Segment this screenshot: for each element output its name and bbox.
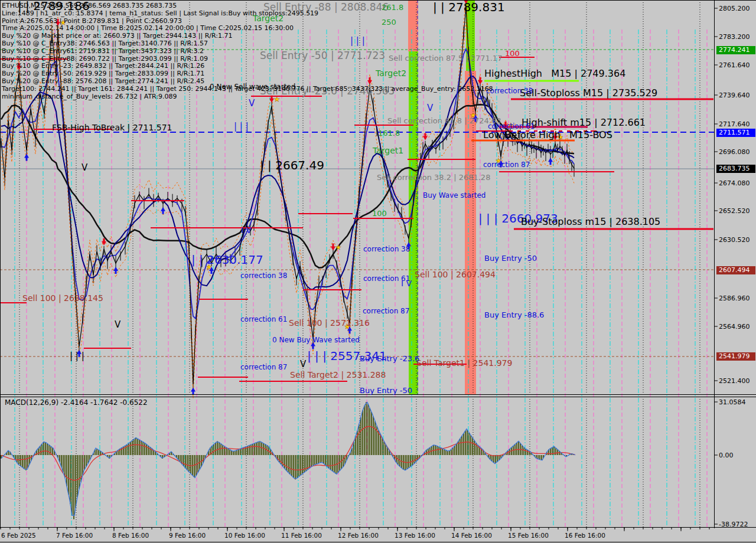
annotation-text: Sell 100 | 2638.145 [22,294,103,302]
price-axis-label: 2630.520 [719,236,750,244]
buy-arrow-icon [548,158,553,165]
info-line: Line:1489 | h1_atr_c0: 15.8374 | tema_h1… [2,9,318,17]
annotation-text: 0 New Buy Wave started [272,336,360,344]
annotation-text: Target2 [376,69,406,77]
annotation-text: correction 87 [483,161,530,168]
annotation-text: correction 61 [488,123,535,130]
buy-arrow-icon [161,207,165,214]
annotation-text: Sell Target1 | 2541.979 [416,359,512,367]
star-icon: ★ [335,244,341,251]
info-line: ETHUSD,M15 2686.569 2686.569 2683.735 26… [2,2,177,9]
signal-band [408,0,418,51]
time-axis-label: 14 Feb 16:00 [451,532,492,539]
info-line: Buy %20 @ Entry -88: 2576.208 || Target:… [2,77,204,85]
trading-chart-window: ★★★★★★★★★ | | 2789.186| | 2789.831| | 26… [0,0,756,543]
time-axis-label: 13 Feb 16:00 [395,532,435,539]
annotation-text: | | 2667.49 [260,159,324,171]
annotation-text: Sell correction 38.2 | 2681.28 [377,174,490,181]
annotation-text: 261.8 [382,4,403,11]
annotation-text: V [82,163,87,172]
annotation-text: Sell Entry -50 | 2771.723 [260,51,385,61]
price-axis-label: 2674.080 [719,179,750,187]
time-axis-label: 6 Feb 2025 [1,532,36,539]
price-axis-highlight: 2683.735 [716,165,755,173]
annotation-text: Buy Entry -23.6 [360,355,419,362]
price-axis-highlight: 2774.241 [716,46,755,54]
price-axis-label: 2761.640 [719,61,750,69]
price-axis-label: 2652.520 [719,207,750,215]
buy-arrow-icon [24,154,29,161]
annotation-text: Sell 100 | 2607.494 [415,270,496,279]
time-axis-label: 10 Feb 16:00 [224,532,265,539]
info-line: Point A:2676.563 | Point B:2789.831 | Po… [2,17,182,25]
annotation-text: I V [401,279,412,287]
annotation-text: Buy Entry -88.6 [484,311,544,319]
price-axis-label: 2521.400 [719,377,750,385]
time-axis-label: 8 Feb 16:00 [112,532,149,539]
info-line: Buy %10 @ Entry -23: 2649.832 || Target:… [2,62,204,70]
price-axis-label: 2696.080 [719,148,750,156]
signal-band [409,51,418,394]
info-line: Buy %20 @ Entry -50: 2619.929 || Target:… [2,70,204,77]
time-axis-label: 16 Feb 16:00 [565,532,605,539]
annotation-text: I V [241,226,252,234]
info-line: Time A:2025.02.14 14:00:00 | Time B:2025… [2,24,294,32]
annotation-text: | | | [70,352,84,361]
macd-axis-label: 0.00 [719,452,734,459]
price-axis-highlight: 2541.979 [716,352,755,361]
price-axis-label: 2564.960 [719,323,750,331]
annotation-text: V [249,99,255,108]
time-axis-label: 9 Feb 16:00 [169,532,206,539]
annotation-text: 100 [505,50,520,57]
annotation-text: Sell correction 61.8 | 2724.63 [387,117,501,125]
annotation-text: correction 61 [240,316,287,323]
macd-indicator-label: MACD(12,26,9) -2.4164 -1.7642 -0.6522 [5,399,148,406]
annotation-text: HighestHigh M15 | 2749.364 [484,69,625,78]
price-axis-label: 2586.960 [719,295,750,302]
macd-axis-label: -38.9722 [719,521,748,528]
price-axis-highlight: 2607.494 [716,266,755,274]
time-axis-label: 15 Feb 16:00 [508,532,549,539]
price-axis-label: 2717.640 [719,120,750,128]
annotation-text: Sell 100 | 2571.316 [289,319,370,327]
price-axis-label: 2783.200 [719,33,750,41]
annotation-text: correction 87 [363,308,409,315]
info-line: Buy %10 @ C_Entry88: 2690.722 || Target:… [2,55,208,63]
annotation-text: Buy Wave started [423,192,485,199]
sell-arrow-icon [367,77,372,84]
buy-arrow-icon [191,388,195,395]
annotation-text: | | 2789.831 [433,1,505,13]
annotation-text: | | | [234,122,249,131]
annotation-text: 100 [372,210,387,217]
annotation-text: Target1 [373,146,403,155]
info-line: minimum_distance_of_Buy_levels: 26.732 |… [2,93,177,100]
annotation-text: correction 87 [240,364,287,371]
annotation-text: | | | [350,37,365,45]
annotation-text: 161.8 [378,129,400,137]
sell-arrow-icon [331,244,335,251]
annotation-text: correction 38 [363,246,410,253]
price-axis-label: 2739.640 [719,91,750,99]
time-axis-label: 11 Feb 16:00 [281,532,322,539]
sell-arrow-icon [478,77,483,84]
info-line: Buy %10 @ C_Entry38: 2746.563 || Target:… [2,40,208,47]
annotation-text: Sell correction 87.5 | 2771.17 [389,54,502,62]
annotation-text: correction 38 [240,272,287,279]
price-axis-highlight: 2711.571 [716,129,755,137]
info-line: Target100: 2744.241 || Target 161: 2844.… [2,85,493,93]
annotation-text: V [427,104,433,113]
annotation-text: Buy Entry -50 [484,254,537,262]
annotation-text: Sell Target2 | 2531.288 [290,371,386,379]
time-axis-label: 12 Feb 16:00 [338,532,379,539]
info-line: Buy %10 @ C_Entry61: 2719.831 || Target:… [2,47,204,55]
annotation-text: V [300,360,306,369]
price-axis-label: 2805.200 [719,5,750,12]
annotation-text: FSB-High ToBreak | 2711.571 [52,123,172,132]
macd-axis-label: 31.0584 [719,398,746,406]
annotation-text: | | 2630.177 [191,254,263,266]
annotation-text: Buy-Stoploss m15 | 2638.105 [521,217,660,227]
annotation-text: Sell-Stoploss M15 | 2735.529 [520,89,657,98]
time-axis-label: 7 Feb 16:00 [56,532,93,539]
annotation-text: 250 [382,18,396,26]
annotation-text: Low Before High M15-BOS [483,130,612,140]
